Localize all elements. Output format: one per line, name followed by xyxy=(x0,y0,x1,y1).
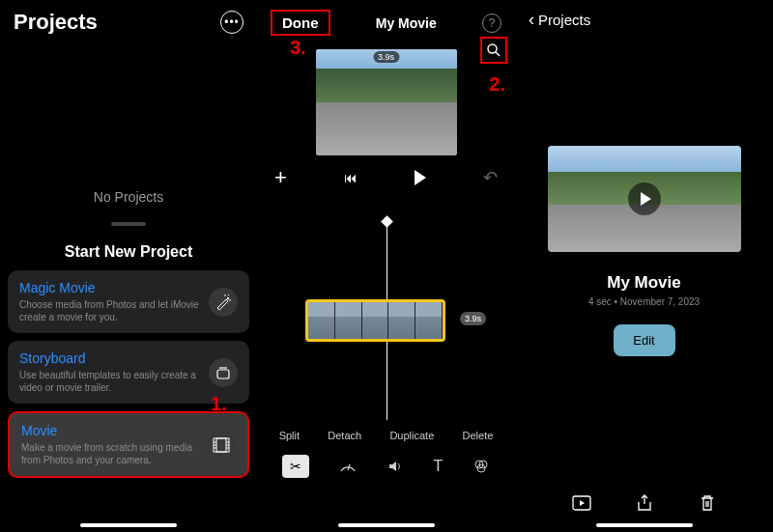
filters-tool[interactable] xyxy=(472,458,490,475)
projects-list-screen: Projects ••• No Projects Start New Proje… xyxy=(0,0,257,532)
delete-button[interactable]: Delete xyxy=(463,430,494,441)
svg-rect-0 xyxy=(217,370,229,378)
help-button[interactable]: ? xyxy=(482,14,501,33)
video-clip[interactable] xyxy=(305,299,445,342)
more-menu-button[interactable]: ••• xyxy=(220,11,243,34)
header: ‹ Projects xyxy=(515,0,773,40)
project-detail-screen: ‹ Projects My Movie 4 sec • November 7, … xyxy=(515,0,773,532)
card-movie[interactable]: Movie Make a movie from scratch using me… xyxy=(8,411,249,478)
text-tool[interactable]: T xyxy=(434,458,444,475)
volume-tool[interactable] xyxy=(386,458,404,475)
film-icon xyxy=(207,431,236,460)
card-desc: Use beautiful templates to easily create… xyxy=(19,369,201,394)
project-thumbnail[interactable] xyxy=(548,146,741,252)
duration-badge: 3.9s xyxy=(373,51,399,63)
annotation-3: 3. xyxy=(290,37,306,59)
svg-rect-2 xyxy=(216,438,226,452)
movie-title: My Movie xyxy=(376,15,437,31)
play-overlay-button[interactable] xyxy=(628,182,661,215)
annotation-2: 2. xyxy=(489,73,505,96)
start-new-project-heading: Start New Project xyxy=(0,243,257,261)
project-type-cards: Magic Movie Choose media from Photos and… xyxy=(0,261,257,478)
done-button[interactable]: Done xyxy=(271,10,330,36)
speed-tool[interactable] xyxy=(339,458,357,475)
scissors-tool[interactable]: ✂ xyxy=(282,455,309,478)
svg-point-3 xyxy=(488,44,497,53)
back-button[interactable]: Projects xyxy=(538,12,590,28)
card-title: Storyboard xyxy=(19,350,201,366)
play-icon[interactable] xyxy=(572,493,591,513)
card-desc: Choose media from Photos and let iMovie … xyxy=(19,298,201,323)
share-icon[interactable] xyxy=(635,493,654,513)
timeline[interactable]: 3.9s xyxy=(257,217,515,420)
project-title: My Movie xyxy=(515,273,773,293)
magnifier-icon xyxy=(486,42,501,58)
clip-thumbnail xyxy=(362,302,389,339)
clip-thumbnail xyxy=(335,302,362,339)
back-chevron-icon[interactable]: ‹ xyxy=(529,10,534,30)
screen-title: Projects xyxy=(14,10,98,35)
zoom-button[interactable] xyxy=(480,37,507,64)
card-magic-movie[interactable]: Magic Movie Choose media from Photos and… xyxy=(8,270,249,333)
clip-thumbnail xyxy=(415,302,443,339)
empty-state-label: No Projects xyxy=(0,189,257,205)
bottom-actions xyxy=(515,493,773,513)
edit-button[interactable]: Edit xyxy=(614,324,675,356)
card-title: Magic Movie xyxy=(19,280,201,295)
project-meta: 4 sec • November 7, 2023 xyxy=(515,296,773,307)
duplicate-button[interactable]: Duplicate xyxy=(389,430,434,441)
sheet-grabber[interactable] xyxy=(111,222,146,226)
play-button[interactable] xyxy=(415,170,426,185)
clip-edit-actions: Split Detach Duplicate Delete xyxy=(257,420,515,447)
clip-duration-badge: 3.9s xyxy=(460,312,486,325)
clip-thumbnail xyxy=(388,302,415,339)
undo-button[interactable]: ↶ xyxy=(483,167,498,188)
detach-button[interactable]: Detach xyxy=(328,430,361,441)
header: Projects ••• xyxy=(0,0,257,44)
previous-button[interactable]: ⏮ xyxy=(344,170,358,185)
add-media-button[interactable]: + xyxy=(274,165,287,190)
home-indicator[interactable] xyxy=(338,523,435,527)
card-title: Movie xyxy=(21,423,199,438)
video-preview[interactable]: 3.9s xyxy=(316,49,457,155)
card-desc: Make a movie from scratch using media fr… xyxy=(21,441,199,466)
clip-thumbnail xyxy=(308,302,335,339)
split-button[interactable]: Split xyxy=(279,430,300,441)
home-indicator[interactable] xyxy=(596,523,693,527)
wand-icon xyxy=(209,288,238,317)
home-indicator[interactable] xyxy=(80,523,177,527)
stack-icon xyxy=(209,358,238,387)
editor-screen: Done My Movie ? 3. 3.9s 2. + ⏮ ↶ 3.9s Sp… xyxy=(257,0,515,532)
playback-controls: + ⏮ ↶ xyxy=(257,155,515,200)
annotation-1: 1. xyxy=(211,393,227,415)
toolbar: ✂ T xyxy=(257,447,515,491)
trash-icon[interactable] xyxy=(698,493,717,513)
